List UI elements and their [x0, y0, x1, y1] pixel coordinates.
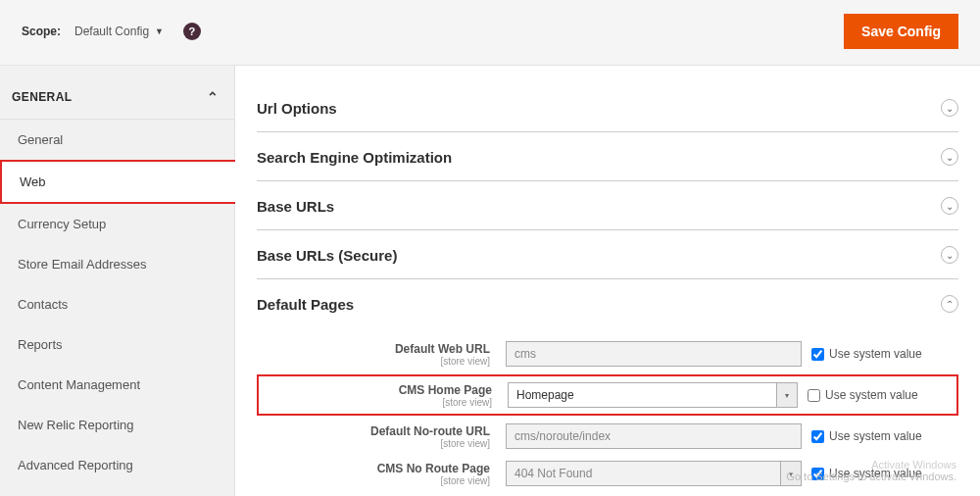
sidebar-item-store-email[interactable]: Store Email Addresses: [0, 244, 234, 284]
use-system-checkbox[interactable]: [811, 348, 824, 361]
field-label: Default Web URL: [395, 342, 490, 356]
caret-down-icon: ▼: [155, 26, 164, 36]
help-icon[interactable]: ?: [183, 23, 201, 40]
sidebar-group-general[interactable]: GENERAL ⌃: [0, 74, 234, 120]
sidebar-item-reports[interactable]: Reports: [0, 324, 234, 365]
sidebar-item-advanced-reporting[interactable]: Advanced Reporting: [0, 445, 234, 485]
topbar: Scope: Default Config ▼ ? Save Config: [0, 0, 980, 66]
section-title: Url Options: [257, 100, 337, 117]
use-system-checkbox[interactable]: [811, 430, 824, 443]
field-default-web-url: Default Web URL [store view] Use system …: [257, 341, 958, 367]
select-value: Homepage: [508, 382, 776, 408]
field-cms-home-page: CMS Home Page [store view] Homepage ▾ Us…: [257, 374, 958, 416]
use-system-label: Use system value: [829, 429, 922, 443]
select-arrow-icon: ▾: [780, 461, 802, 486]
use-system-label: Use system value: [825, 388, 918, 402]
use-system-label: Use system value: [829, 347, 922, 361]
field-label: CMS Home Page: [399, 383, 492, 397]
section-title: Default Pages: [257, 296, 354, 313]
expand-down-icon: ⌄: [941, 246, 958, 264]
section-seo[interactable]: Search Engine Optimization ⌄: [257, 132, 958, 181]
default-pages-form: Default Web URL [store view] Use system …: [257, 327, 958, 496]
section-url-options[interactable]: Url Options ⌄: [257, 83, 958, 132]
field-scope: [store view]: [257, 356, 490, 367]
save-config-button[interactable]: Save Config: [844, 14, 958, 49]
main-layout: GENERAL ⌃ General Web Currency Setup Sto…: [0, 66, 980, 496]
scope-label: Scope:: [22, 25, 61, 38]
section-title: Search Engine Optimization: [257, 149, 452, 166]
sidebar-item-new-relic[interactable]: New Relic Reporting: [0, 405, 234, 445]
section-title: Base URLs (Secure): [257, 247, 397, 264]
section-default-pages[interactable]: Default Pages ⌃: [257, 279, 958, 327]
collapse-up-icon: ⌃: [941, 295, 958, 313]
expand-down-icon: ⌄: [941, 197, 958, 215]
expand-down-icon: ⌄: [941, 148, 958, 166]
sidebar-item-currency-setup[interactable]: Currency Setup: [0, 204, 234, 244]
default-noroute-url-input[interactable]: [506, 423, 802, 449]
section-title: Base URLs: [257, 198, 334, 215]
sidebar-item-web[interactable]: Web: [0, 160, 235, 204]
content-area: Url Options ⌄ Search Engine Optimization…: [235, 66, 980, 496]
sidebar-item-general[interactable]: General: [0, 120, 234, 160]
default-web-url-input[interactable]: [506, 341, 802, 367]
scope-selector[interactable]: Default Config ▼: [74, 25, 164, 38]
chevron-up-icon: ⌃: [207, 89, 219, 105]
use-system-cms-home-page[interactable]: Use system value: [808, 388, 955, 402]
select-value: 404 Not Found: [506, 461, 780, 486]
field-cms-no-route-page: CMS No Route Page [store view] 404 Not F…: [257, 461, 958, 486]
use-system-default-noroute[interactable]: Use system value: [811, 429, 958, 443]
use-system-label: Use system value: [829, 467, 922, 480]
sidebar: GENERAL ⌃ General Web Currency Setup Sto…: [0, 66, 235, 496]
scope-value: Default Config: [74, 25, 149, 38]
use-system-checkbox[interactable]: [808, 389, 820, 402]
field-label: Default No-route URL: [370, 424, 490, 438]
field-scope: [store view]: [259, 397, 492, 408]
field-default-noroute-url: Default No-route URL [store view] Use sy…: [257, 423, 958, 449]
use-system-cms-no-route[interactable]: Use system value: [811, 467, 958, 480]
cms-no-route-select[interactable]: 404 Not Found ▾: [506, 461, 802, 486]
sidebar-group-label: GENERAL: [12, 90, 72, 104]
cms-home-page-select[interactable]: Homepage ▾: [508, 382, 798, 408]
sidebar-item-contacts[interactable]: Contacts: [0, 284, 234, 324]
use-system-checkbox[interactable]: [811, 468, 824, 480]
field-label: CMS No Route Page: [377, 462, 490, 475]
use-system-default-web-url[interactable]: Use system value: [811, 347, 958, 361]
expand-down-icon: ⌄: [941, 99, 958, 117]
section-base-urls[interactable]: Base URLs ⌄: [257, 181, 958, 230]
field-scope: [store view]: [257, 475, 490, 486]
select-arrow-icon: ▾: [776, 382, 798, 408]
field-scope: [store view]: [257, 438, 490, 449]
sidebar-item-content-management[interactable]: Content Management: [0, 365, 234, 405]
scope-switcher: Scope: Default Config ▼ ?: [22, 23, 201, 40]
section-base-urls-secure[interactable]: Base URLs (Secure) ⌄: [257, 230, 958, 279]
